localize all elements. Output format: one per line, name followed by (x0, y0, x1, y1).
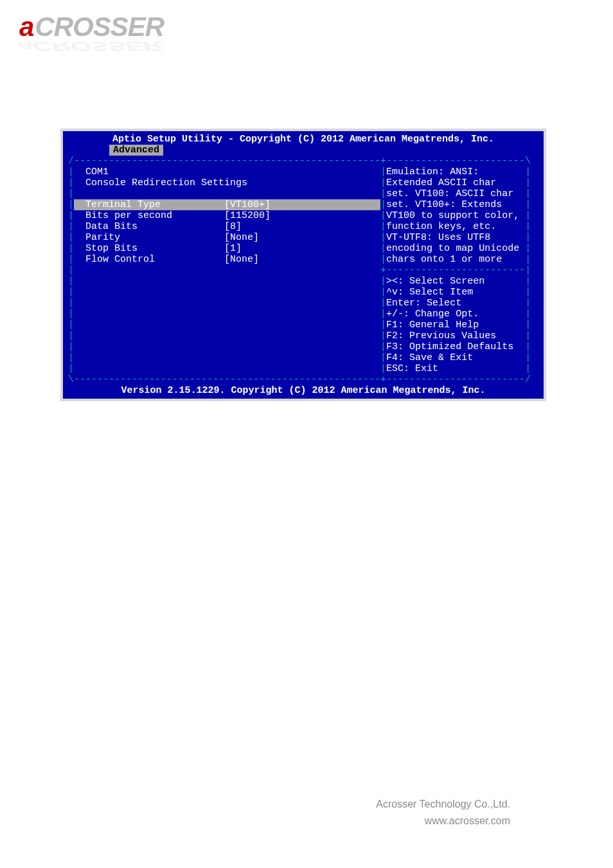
bios-body: /---------------------------------------… (63, 156, 544, 385)
page-footer: Acrosser Technology Co.,Ltd. www.acrosse… (376, 796, 510, 829)
bios-footer: Version 2.15.1229. Copyright (C) 2012 Am… (63, 385, 544, 399)
bios-window: Aptio Setup Utility - Copyright (C) 2012… (60, 129, 546, 401)
brand-logo: aCROSSER (18, 12, 164, 42)
footer-url: www.acrosser.com (376, 813, 510, 829)
bios-tab-row: Advanced (63, 145, 544, 156)
footer-company: Acrosser Technology Co.,Ltd. (376, 796, 510, 813)
logo-rest: CROSSER (35, 12, 164, 42)
tab-advanced[interactable]: Advanced (109, 145, 163, 156)
logo-first-letter: a (18, 12, 35, 42)
bios-title: Aptio Setup Utility - Copyright (C) 2012… (63, 131, 544, 145)
